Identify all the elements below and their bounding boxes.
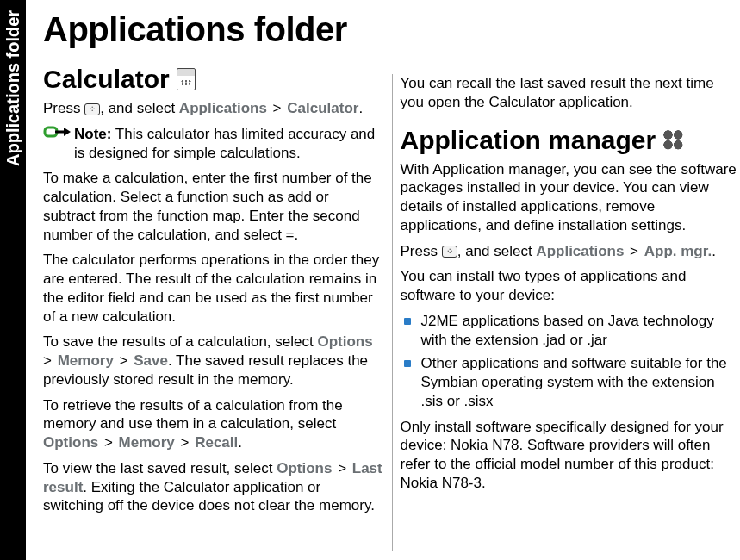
note-label: Note: xyxy=(74,126,111,142)
calculator-heading-text: Calculator xyxy=(43,65,170,94)
save-link: Save xyxy=(134,352,168,369)
calculator-link: Calculator xyxy=(287,100,358,116)
calc-p3: The calculator performs operations in th… xyxy=(43,251,383,326)
page-number: 144 xyxy=(3,529,23,543)
menu-key-icon: ⁘ xyxy=(84,103,100,115)
note-arrow-icon xyxy=(43,126,72,145)
options-link: Options xyxy=(317,333,372,350)
appmgr-p4: Only install software specifically desig… xyxy=(401,418,741,493)
app-manager-icon xyxy=(662,129,685,152)
applications-link: Applications xyxy=(179,100,267,116)
calc-p4: To save the results of a calculation, se… xyxy=(43,333,383,389)
options-link-2: Options xyxy=(43,434,98,451)
appmgr-p1: With Application manager, you can see th… xyxy=(401,160,741,235)
calc-press-line: Press ⁘, and select Applications > Calcu… xyxy=(43,99,383,118)
list-item: J2ME applications based on Java technolo… xyxy=(401,312,741,350)
note-text: Note: This calculator has limited accura… xyxy=(74,125,383,163)
memory-link: Memory xyxy=(58,352,114,369)
calc-p6: To view the last saved result, select Op… xyxy=(43,459,383,515)
calculator-icon xyxy=(177,68,196,90)
calculator-heading: Calculator xyxy=(43,65,383,94)
column-divider xyxy=(392,74,393,551)
list-item: Other applications and software suitable… xyxy=(401,354,741,410)
appmgr-press-line: Press ⁘, and select Applications > App. … xyxy=(401,242,741,261)
left-column: Applications folder Calculator Press ⁘, … xyxy=(43,10,383,522)
calc-p5: To retrieve the results of a calculation… xyxy=(43,396,383,452)
app-types-list: J2ME applications based on Java technolo… xyxy=(401,312,741,411)
calc-p2: To make a calculation, enter the first n… xyxy=(43,169,383,244)
memory-link-2: Memory xyxy=(119,434,175,451)
recall-link: Recall xyxy=(195,434,238,451)
right-column: You can recall the last saved result the… xyxy=(401,10,741,522)
note-block: Note: This calculator has limited accura… xyxy=(43,125,383,163)
appmgr-p3: You can install two types of application… xyxy=(401,267,741,305)
appmgr-heading-text: Application manager xyxy=(401,126,656,155)
options-link-3: Options xyxy=(277,460,332,476)
appmgr-link: App. mgr. xyxy=(644,243,712,259)
side-tab: Applications folder xyxy=(0,0,26,560)
svg-rect-0 xyxy=(45,128,57,136)
applications-link-2: Applications xyxy=(536,243,624,259)
appmgr-heading: Application manager xyxy=(401,126,741,155)
page-title: Applications folder xyxy=(43,10,383,49)
appmgr-p0: You can recall the last saved result the… xyxy=(401,74,741,112)
menu-key-icon-2: ⁘ xyxy=(442,246,457,258)
